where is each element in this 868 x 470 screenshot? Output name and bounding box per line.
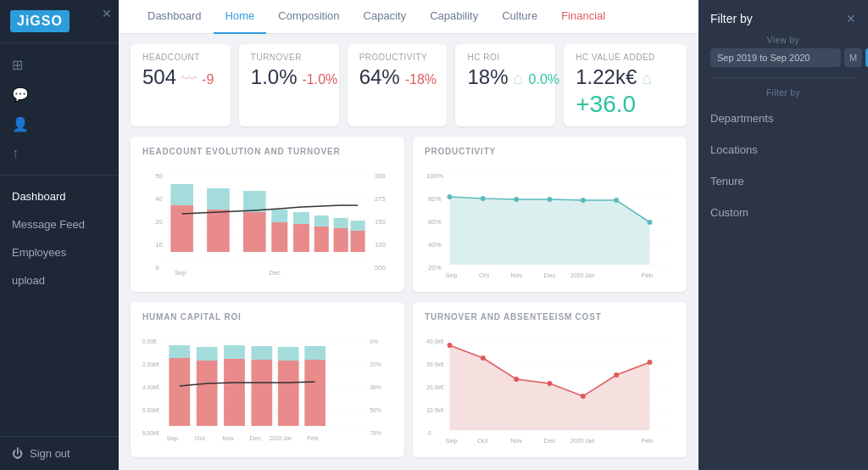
kpi-turnover-delta: -1.0% — [303, 72, 338, 87]
chart-hc-roi-title: HUMAN CAPITAL ROI — [142, 312, 392, 322]
chart-headcount-title: HEADCOUNT EVOLUTION AND TURNOVER — [142, 147, 392, 156]
svg-text:40%: 40% — [428, 241, 442, 249]
tab-financial[interactable]: Financial — [549, 0, 617, 34]
charts-row-1: HEADCOUNT EVOLUTION AND TURNOVER 50 40 2… — [131, 137, 687, 292]
grid-icon[interactable]: ⊞ — [0, 50, 119, 80]
filter-view-by-section: View by M Q Y — [710, 36, 856, 67]
kpi-turnover-values: 1.0% -1.0% — [251, 65, 327, 89]
svg-text:Dec: Dec — [544, 271, 556, 279]
view-by-label: View by — [710, 36, 856, 45]
svg-rect-22 — [271, 210, 287, 222]
filter-by-label: Filter by — [710, 88, 856, 98]
sidebar-item-dashboard[interactable]: Dashboard — [0, 182, 119, 210]
headcount-chart-svg: 50 40 20 10 0 300 275 150 100 500 — [142, 163, 392, 282]
tab-capacity[interactable]: Capacity — [352, 0, 419, 34]
svg-rect-17 — [207, 210, 230, 252]
kpi-hc-roi-delta: 0.0% — [529, 72, 559, 87]
main-content: Dashboard Home Composition Capacity Capa… — [119, 0, 698, 470]
filter-option-departments[interactable]: Departments — [710, 108, 856, 129]
kpi-hc-value-values: 1.22k€ ⌂ — [576, 65, 675, 89]
svg-text:2020 Jan: 2020 Jan — [570, 438, 594, 444]
charts-row-2: HUMAN CAPITAL ROI 0.00€ 2.00k€ 4.00k€ 6.… — [131, 302, 687, 457]
chart-productivity: PRODUCTIVITY 100% 80% 60% 40% 20% — [413, 137, 687, 292]
kpi-turnover: TURNOVER 1.0% -1.0% — [239, 44, 339, 126]
hc-roi-chart-svg: 0.00€ 2.00k€ 4.00k€ 6.00k€ 8.00k€ 0% 20%… — [142, 328, 392, 447]
filter-option-custom[interactable]: Custom — [710, 202, 856, 223]
sidebar-nav: Dashboard Message Feed Employees upload — [0, 176, 119, 436]
chart-productivity-title: PRODUCTIVITY — [425, 147, 675, 156]
svg-text:2.00k€: 2.00k€ — [142, 361, 159, 367]
svg-rect-77 — [224, 345, 245, 359]
svg-text:2020 Jan: 2020 Jan — [570, 272, 594, 278]
upload-icon[interactable]: ↑ — [0, 139, 119, 168]
kpi-productivity: PRODUCTIVITY 64% -18% — [348, 44, 448, 126]
sign-out-label: Sign out — [30, 447, 70, 460]
sidebar-icon-group: ⊞ 💬 👤 ↑ — [0, 43, 119, 176]
sidebar-item-label: Dashboard — [12, 190, 66, 203]
close-icon[interactable]: ✕ — [102, 7, 112, 20]
svg-rect-75 — [197, 347, 218, 361]
svg-point-44 — [448, 194, 453, 199]
sidebar-item-employees[interactable]: Employees — [0, 238, 119, 266]
kpi-productivity-delta: -18% — [405, 72, 437, 87]
svg-text:Dec: Dec — [250, 434, 262, 442]
svg-text:Oct: Oct — [479, 271, 490, 279]
sign-out-button[interactable]: ⏻ Sign out — [0, 436, 119, 470]
dashboard-area: HEADCOUNT 504 〰 -9 TURNOVER 1.0% -1.0% P… — [119, 34, 698, 470]
tab-composition[interactable]: Composition — [266, 0, 351, 34]
kpi-turnover-label: TURNOVER — [251, 53, 327, 62]
svg-rect-27 — [334, 228, 348, 252]
kpi-headcount-delta: -9 — [202, 72, 214, 87]
chart-headcount-svg-container: 50 40 20 10 0 300 275 150 100 500 — [142, 163, 392, 282]
svg-text:8.00k€: 8.00k€ — [142, 430, 159, 436]
power-icon: ⏻ — [12, 447, 23, 460]
tab-culture[interactable]: Culture — [490, 0, 549, 34]
logo: JiGSO — [10, 10, 70, 32]
chat-icon[interactable]: 💬 — [0, 80, 119, 109]
tab-home[interactable]: Home — [214, 0, 267, 34]
person-icon[interactable]: 👤 — [0, 109, 119, 139]
filter-option-locations[interactable]: Locations — [710, 139, 856, 160]
svg-text:0.00€: 0.00€ — [142, 339, 157, 344]
svg-text:58%: 58% — [370, 407, 381, 413]
svg-text:Sep: Sep — [446, 271, 459, 279]
svg-rect-81 — [278, 347, 299, 361]
filter-divider — [710, 77, 856, 78]
svg-text:Sep: Sep — [446, 437, 459, 445]
sidebar-item-message-feed[interactable]: Message Feed — [0, 210, 119, 238]
filter-date-input[interactable] — [710, 48, 841, 67]
svg-text:Dec: Dec — [269, 269, 281, 277]
tab-dashboard[interactable]: Dashboard — [136, 0, 214, 34]
tab-capability[interactable]: Capability — [418, 0, 490, 34]
filter-option-tenure[interactable]: Tenure — [710, 171, 856, 192]
kpi-headcount: HEADCOUNT 504 〰 -9 — [131, 44, 231, 126]
svg-point-102 — [481, 355, 486, 361]
sidebar-logo-area: JiGSO ✕ — [0, 0, 119, 43]
kpi-hc-roi-main: 18% — [467, 65, 508, 89]
svg-text:2020 Jan: 2020 Jan — [269, 435, 292, 441]
svg-text:40.0k€: 40.0k€ — [426, 339, 444, 344]
kpi-productivity-values: 64% -18% — [359, 65, 436, 89]
svg-rect-16 — [170, 184, 193, 205]
svg-text:275: 275 — [375, 195, 386, 203]
svg-point-106 — [614, 372, 619, 378]
sidebar-item-upload[interactable]: upload — [0, 266, 119, 294]
svg-marker-43 — [450, 197, 650, 265]
chart-turnover-title: TURNOVER AND ABSENTEEISM COST — [425, 312, 675, 322]
sidebar-item-label: Employees — [12, 246, 66, 259]
chart-hc-roi: HUMAN CAPITAL ROI 0.00€ 2.00k€ 4.00k€ 6.… — [131, 302, 404, 457]
svg-text:100: 100 — [375, 241, 386, 249]
svg-point-105 — [581, 394, 586, 399]
filter-close-icon[interactable]: ✕ — [846, 12, 856, 25]
svg-rect-28 — [334, 218, 348, 228]
svg-text:20: 20 — [155, 218, 163, 226]
kpi-turnover-main: 1.0% — [251, 65, 298, 89]
svg-rect-76 — [224, 359, 245, 426]
svg-rect-25 — [314, 227, 329, 252]
filter-date-row: M Q Y — [710, 48, 856, 67]
svg-point-46 — [514, 197, 519, 202]
productivity-chart-svg: 100% 80% 60% 40% 20% — [425, 163, 675, 282]
svg-rect-23 — [293, 224, 309, 252]
period-btn-m[interactable]: M — [844, 48, 862, 67]
svg-point-47 — [548, 197, 553, 202]
